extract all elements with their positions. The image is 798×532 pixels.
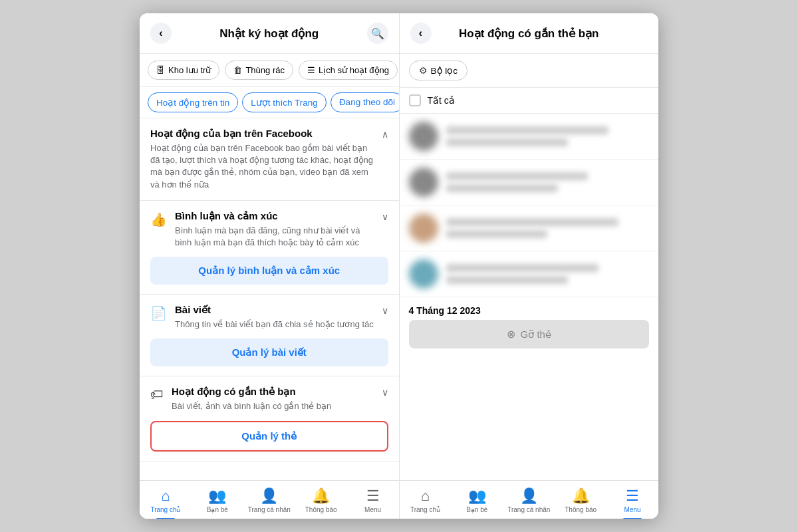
list-item[interactable] xyxy=(400,251,659,297)
manage-tags-button[interactable]: Quản lý thẻ xyxy=(150,421,388,452)
nav-menu-label-right: Menu xyxy=(624,506,641,513)
section-gan-the: 🏷 Hoạt động có gắn thẻ bạn Bài viết, ảnh… xyxy=(140,376,399,461)
section-hoat-dong-header[interactable]: Hoạt động của bạn trên Facebook Hoạt độn… xyxy=(150,128,388,191)
item-text-line-2 xyxy=(446,276,568,284)
left-panel-content: Hoạt động của bạn trên Facebook Hoạt độn… xyxy=(140,118,399,480)
select-all-label: Tất cả xyxy=(428,95,455,106)
section-bai-viet-info: Bài viết Thông tin về bài viết bạn đã ch… xyxy=(175,304,376,331)
section-bai-viet-header[interactable]: 📄 Bài viết Thông tin về bài viết bạn đã … xyxy=(150,304,388,331)
nav-friends-label-left: Bạn bè xyxy=(207,506,228,513)
home-icon-right: ⌂ xyxy=(421,487,430,505)
tab-luot-thich-trang[interactable]: Lượt thích Trang xyxy=(242,92,327,112)
nav-friends-label-right: Bạn bè xyxy=(466,506,487,513)
nav-menu-left[interactable]: ☰ Menu xyxy=(347,485,399,516)
menu-icon-right: ☰ xyxy=(626,487,639,505)
notifications-icon-left: 🔔 xyxy=(312,487,330,505)
nav-menu-label-left: Menu xyxy=(364,506,381,513)
item-text-line-2 xyxy=(446,138,568,146)
item-text-line-1 xyxy=(446,172,589,180)
left-back-button[interactable]: ‹ xyxy=(150,23,172,44)
archive-icon: 🗄 xyxy=(156,65,165,75)
trash-icon: 🗑 xyxy=(233,65,242,75)
friends-icon-right: 👥 xyxy=(468,487,486,505)
section-binh-luan-header[interactable]: 👍 Bình luận và cảm xúc Bình luận mà bạn … xyxy=(150,210,388,249)
remove-tag-icon: ⊗ xyxy=(507,328,515,340)
right-back-button[interactable]: ‹ xyxy=(410,23,432,44)
nav-home-left[interactable]: ⌂ Trang chủ xyxy=(140,485,192,516)
notifications-icon-right: 🔔 xyxy=(572,487,590,505)
section-bai-viet-left: 📄 Bài viết Thông tin về bài viết bạn đã … xyxy=(150,304,376,331)
nav-notifications-left[interactable]: 🔔 Thông báo xyxy=(295,485,347,516)
section-hoat-dong-title: Hoạt động của bạn trên Facebook xyxy=(150,128,376,140)
right-panel-title: Hoạt động có gắn thẻ bạn xyxy=(432,27,627,41)
remove-tag-label: Gỡ thẻ xyxy=(521,329,551,340)
section-bai-viet-desc: Thông tin về bài viết bạn đã chia sẻ hoặ… xyxy=(175,319,376,331)
right-bottom-nav: ⌂ Trang chủ 👥 Bạn bè 👤 Trang cá nhân 🔔 T… xyxy=(400,480,659,519)
avatar xyxy=(409,122,438,151)
select-all-row: Tất cả xyxy=(400,88,659,114)
tag-icon: 🏷 xyxy=(150,387,164,402)
post-icon: 📄 xyxy=(150,305,167,321)
remove-tag-button[interactable]: ⊗ Gỡ thẻ xyxy=(409,320,650,348)
left-header: ‹ Nhật ký hoạt động 🔍 xyxy=(140,13,399,54)
select-all-checkbox[interactable] xyxy=(409,94,421,106)
section-binh-luan-info: Bình luận và cảm xúc Bình luận mà bạn đã… xyxy=(175,210,376,249)
section-gan-the-header[interactable]: 🏷 Hoạt động có gắn thẻ bạn Bài viết, ảnh… xyxy=(150,386,388,412)
section-gan-the-info: Hoạt động có gắn thẻ bạn Bài viết, ảnh v… xyxy=(172,386,376,412)
section-binh-luan-left: 👍 Bình luận và cảm xúc Bình luận mà bạn … xyxy=(150,210,376,249)
nav-active-indicator-left xyxy=(156,518,175,519)
date-section-label: 4 Tháng 12 2023 xyxy=(400,297,659,320)
filter-trash-label: Thùng rác xyxy=(245,65,285,75)
list-item[interactable] xyxy=(400,205,659,251)
list-item[interactable] xyxy=(400,160,659,205)
nav-notifications-label-right: Thông báo xyxy=(565,506,597,513)
profile-icon-right: 👤 xyxy=(520,487,538,505)
avatar xyxy=(409,259,438,289)
item-text-line-1 xyxy=(446,218,619,226)
filter-history[interactable]: ☰ Lịch sử hoạt động xyxy=(299,61,398,80)
left-search-button[interactable]: 🔍 xyxy=(367,23,388,44)
section-hoat-dong-left: Hoạt động của bạn trên Facebook Hoạt độn… xyxy=(150,128,376,191)
nav-profile-left[interactable]: 👤 Trang cá nhân xyxy=(243,485,295,516)
tab-dang-theo-doi[interactable]: Đang theo dõi xyxy=(331,92,399,112)
right-panel-content: 4 Tháng 12 2023 ⊗ Gỡ thẻ xyxy=(400,114,659,480)
nav-menu-right[interactable]: ☰ Menu xyxy=(606,485,658,516)
menu-icon-left: ☰ xyxy=(366,487,380,505)
section-hoat-dong: Hoạt động của bạn trên Facebook Hoạt độn… xyxy=(140,118,399,201)
nav-friends-right[interactable]: 👥 Bạn bè xyxy=(451,485,503,516)
right-panel: ‹ Hoạt động có gắn thẻ bạn ⚙ Bộ lọc Tất … xyxy=(400,13,659,519)
nav-profile-label-left: Trang cá nhân xyxy=(248,506,291,513)
item-text-line-1 xyxy=(446,126,608,134)
nav-notifications-label-left: Thông báo xyxy=(305,506,337,513)
section-bai-viet-title: Bài viết xyxy=(175,304,376,316)
avatar xyxy=(409,168,438,197)
tab-hoat-dong-tin[interactable]: Hoạt động trên tin xyxy=(148,92,238,112)
nav-profile-label-right: Trang cá nhân xyxy=(507,506,550,513)
profile-icon-left: 👤 xyxy=(260,487,278,505)
section-bai-viet-chevron: ∨ xyxy=(376,305,388,316)
section-binh-luan-chevron: ∨ xyxy=(376,211,388,222)
section-gan-the-left: 🏷 Hoạt động có gắn thẻ bạn Bài viết, ảnh… xyxy=(150,386,376,412)
nav-home-right[interactable]: ⌂ Trang chủ xyxy=(400,485,452,516)
nav-home-label-left: Trang chủ xyxy=(150,506,180,513)
friends-icon-left: 👥 xyxy=(208,487,226,505)
thumbsup-icon: 👍 xyxy=(150,211,167,227)
home-icon-left: ⌂ xyxy=(161,487,170,505)
filter-archive[interactable]: 🗄 Kho lưu trữ xyxy=(148,61,219,80)
section-bai-viet: 📄 Bài viết Thông tin về bài viết bạn đã … xyxy=(140,295,399,376)
filter-icon: ⚙ xyxy=(419,65,428,76)
item-text-line-2 xyxy=(446,184,558,192)
left-panel-title: Nhật ký hoạt động xyxy=(172,27,367,41)
manage-posts-button[interactable]: Quản lý bài viết xyxy=(150,338,388,366)
left-bottom-nav: ⌂ Trang chủ 👥 Bạn bè 👤 Trang cá nhân 🔔 T… xyxy=(140,480,399,519)
section-hoat-dong-desc: Hoạt động của bạn trên Facebook bao gồm … xyxy=(150,142,376,191)
nav-notifications-right[interactable]: 🔔 Thông báo xyxy=(555,485,606,516)
nav-profile-right[interactable]: 👤 Trang cá nhân xyxy=(503,485,555,516)
filter-history-label: Lịch sử hoạt động xyxy=(319,65,389,75)
filter-button[interactable]: ⚙ Bộ lọc xyxy=(409,61,468,80)
filter-trash[interactable]: 🗑 Thùng rác xyxy=(225,61,293,80)
nav-friends-left[interactable]: 👥 Bạn bè xyxy=(192,485,243,516)
manage-comments-button[interactable]: Quản lý bình luận và cảm xúc xyxy=(150,257,388,285)
nav-active-indicator-right xyxy=(623,518,642,519)
list-item[interactable] xyxy=(400,114,659,160)
